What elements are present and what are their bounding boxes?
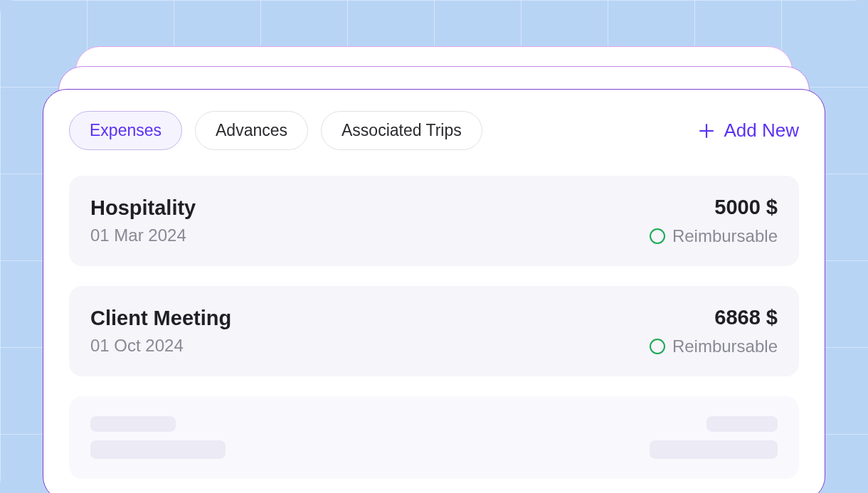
tab-associated-trips[interactable]: Associated Trips — [321, 111, 482, 150]
skeleton-bar — [90, 440, 226, 459]
tab-expenses[interactable]: Expenses — [69, 111, 182, 150]
status-text: Reimbursable — [672, 226, 778, 246]
add-new-button[interactable]: Add New — [697, 120, 800, 142]
expense-row[interactable]: Client Meeting 01 Oct 2024 6868 $ Reimbu… — [69, 286, 799, 376]
skeleton-bar — [650, 440, 778, 459]
expense-info: Client Meeting 01 Oct 2024 — [90, 307, 231, 356]
expense-status: Reimbursable — [650, 336, 778, 356]
plus-icon — [697, 122, 716, 140]
add-new-label: Add New — [724, 120, 800, 142]
status-circle-icon — [650, 339, 665, 354]
expense-meta: 6868 $ Reimbursable — [650, 306, 778, 356]
skeleton-meta — [650, 416, 778, 459]
main-card: Expenses Advances Associated Trips Add N… — [43, 89, 825, 493]
expense-date: 01 Mar 2024 — [90, 226, 196, 245]
expense-status: Reimbursable — [650, 226, 778, 246]
skeleton-bar — [90, 416, 176, 432]
skeleton-info — [90, 416, 226, 459]
expense-amount: 5000 $ — [714, 196, 778, 219]
expense-meta: 5000 $ Reimbursable — [650, 196, 778, 246]
status-text: Reimbursable — [672, 336, 778, 356]
expense-amount: 6868 $ — [714, 306, 778, 329]
expense-date: 01 Oct 2024 — [90, 336, 231, 356]
skeleton-row — [69, 396, 799, 479]
skeleton-bar — [706, 416, 778, 432]
tabs: Expenses Advances Associated Trips — [69, 111, 482, 150]
header-row: Expenses Advances Associated Trips Add N… — [69, 111, 799, 150]
tab-advances[interactable]: Advances — [195, 111, 308, 150]
expense-title: Client Meeting — [90, 307, 231, 330]
expense-row[interactable]: Hospitality 01 Mar 2024 5000 $ Reimbursa… — [69, 176, 799, 266]
expense-info: Hospitality 01 Mar 2024 — [90, 196, 196, 245]
expense-title: Hospitality — [90, 196, 196, 220]
status-circle-icon — [650, 228, 665, 244]
